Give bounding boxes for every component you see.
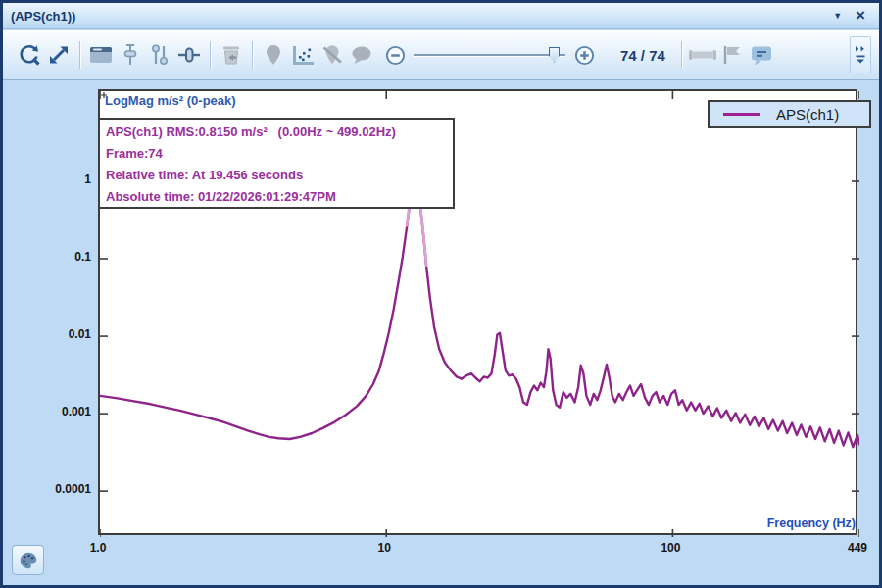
- y-tick-label: 1: [32, 172, 91, 187]
- toolbar-separator: [681, 41, 682, 69]
- zoom-out-icon[interactable]: [380, 39, 410, 71]
- refresh-zoom-icon[interactable]: [15, 39, 44, 71]
- app-window: (APS(ch1)) ▼ ×: [0, 0, 882, 588]
- frame-counter: 74 / 74: [620, 47, 665, 64]
- y-tick-label: 0.01: [32, 326, 91, 342]
- cursor-annotation-box: APS(ch1) RMS:0.8150 m/s² (0.00Hz ~ 499.0…: [98, 118, 455, 209]
- window-title: (APS(ch1)): [3, 9, 75, 24]
- y-tick-label: 0.0001: [32, 481, 91, 497]
- x-tick-label: 449: [826, 541, 882, 555]
- x-tick-label: 1.0: [67, 541, 129, 555]
- tooltip-icon[interactable]: [747, 39, 776, 71]
- color-palette-button[interactable]: [12, 545, 44, 575]
- legend-line-swatch: [723, 113, 760, 116]
- dual-cursor-icon[interactable]: [145, 39, 174, 71]
- x-tick-label: 100: [639, 541, 702, 555]
- scatter-plot-icon[interactable]: [288, 39, 318, 71]
- y-tick-label: 0.1: [32, 249, 91, 265]
- toolbar: 74 / 74: [3, 30, 879, 80]
- annotation-relative-time: Relative time: At 19.456 seconds: [106, 165, 447, 186]
- comment-bubble-icon[interactable]: [347, 39, 376, 71]
- flag-icon[interactable]: [717, 39, 747, 71]
- annotation-absolute-time: Absolute time: 01/22/2026:01:29:47PM: [106, 186, 447, 208]
- chart-area: LogMag m/s² (0-peak) APS(ch1) RMS:0.8150…: [3, 81, 879, 585]
- legend: APS(ch1): [708, 100, 871, 128]
- title-bar[interactable]: (APS(ch1)) ▼ ×: [3, 3, 879, 29]
- zoom-slider[interactable]: [414, 47, 565, 63]
- collapse-window-button[interactable]: ▼: [833, 12, 842, 21]
- horizontal-cursor-icon[interactable]: [174, 39, 204, 71]
- close-window-button[interactable]: ×: [856, 7, 865, 24]
- expand-icon[interactable]: [44, 39, 74, 71]
- y-axis-title: LogMag m/s² (0-peak): [105, 93, 236, 108]
- zoom-in-icon[interactable]: [569, 39, 599, 71]
- palette-icon: [18, 550, 39, 571]
- toolbar-separator: [252, 41, 253, 69]
- window-card-icon[interactable]: [86, 39, 116, 71]
- delete-trash-icon[interactable]: [217, 39, 246, 71]
- annotation-frame: Frame:74: [106, 143, 447, 165]
- toolbar-overflow-button[interactable]: [850, 36, 871, 74]
- y-tick-label: 0.001: [32, 404, 91, 419]
- toolbar-separator: [79, 41, 80, 69]
- legend-series-label: APS(ch1): [776, 106, 839, 122]
- vertical-cursor-icon[interactable]: [116, 39, 145, 71]
- banner-icon[interactable]: [688, 39, 717, 71]
- aps-curve: [100, 179, 859, 447]
- pin-marker-icon[interactable]: [259, 39, 288, 71]
- x-tick-label: 10: [353, 541, 416, 555]
- toolbar-separator: [210, 41, 211, 69]
- pin-off-icon[interactable]: [318, 39, 347, 71]
- x-axis-title: Frequency (Hz): [652, 516, 856, 530]
- annotation-rms: APS(ch1) RMS:0.8150 m/s² (0.00Hz ~ 499.0…: [106, 122, 447, 143]
- zoom-slider-thumb[interactable]: [549, 47, 560, 63]
- zoom-slider-track[interactable]: [414, 54, 565, 56]
